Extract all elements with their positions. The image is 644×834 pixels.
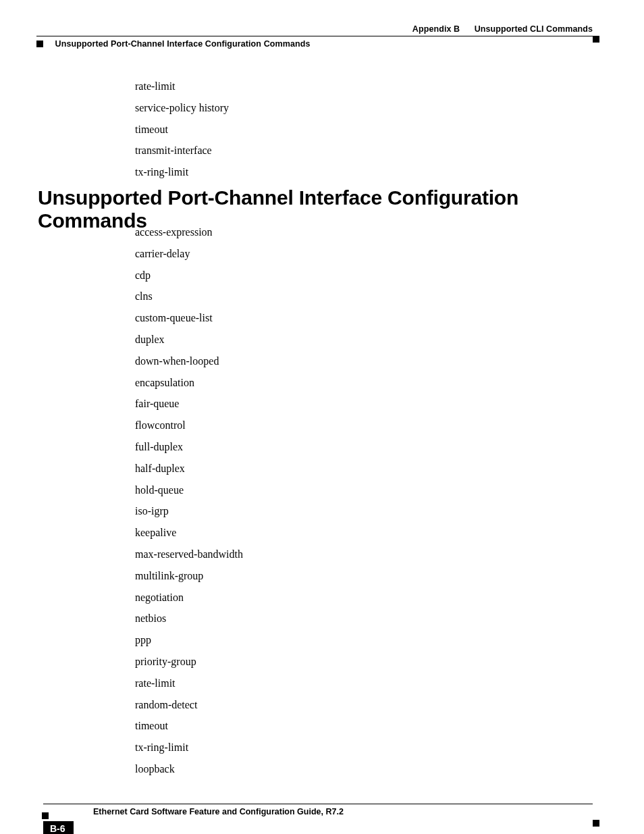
command-item: transmit-interface	[135, 144, 593, 158]
command-item: random-detect	[135, 698, 593, 712]
command-item: tx-ring-limit	[135, 165, 593, 180]
command-item: service-policy history	[135, 101, 593, 115]
command-item: cdp	[135, 269, 593, 283]
header-section-line: Unsupported Port-Channel Interface Confi…	[36, 39, 593, 49]
header-rule	[36, 36, 593, 36]
command-item: full-duplex	[135, 440, 593, 454]
command-item: custom-queue-list	[135, 311, 593, 325]
header-end-marker	[593, 36, 599, 43]
page-number: B-6	[43, 821, 74, 834]
command-item: access-expression	[135, 226, 593, 240]
page-footer: Ethernet Card Software Feature and Confi…	[43, 804, 593, 816]
command-item: clns	[135, 290, 593, 304]
command-item: loopback	[135, 762, 593, 777]
command-item: half-duplex	[135, 462, 593, 476]
appendix-label: Appendix B	[412, 24, 460, 34]
command-item: multilink-group	[135, 569, 593, 583]
footer-guide-title: Ethernet Card Software Feature and Confi…	[93, 807, 593, 816]
command-item: duplex	[135, 333, 593, 347]
command-item: tx-ring-limit	[135, 741, 593, 755]
page-header: Appendix B Unsupported CLI Commands Unsu…	[36, 24, 593, 49]
top-command-list: rate-limitservice-policy historytimeoutt…	[135, 80, 593, 187]
header-section-title: Unsupported Port-Channel Interface Confi…	[55, 39, 311, 49]
command-item: rate-limit	[135, 677, 593, 691]
footer-rule	[43, 804, 593, 804]
port-channel-command-list: access-expressioncarrier-delaycdpclnscus…	[135, 226, 593, 784]
command-item: rate-limit	[135, 80, 593, 94]
command-item: fair-queue	[135, 397, 593, 411]
command-item: carrier-delay	[135, 247, 593, 261]
command-item: encapsulation	[135, 376, 593, 390]
footer-left-marker	[42, 812, 49, 819]
command-item: ppp	[135, 633, 593, 648]
command-item: hold-queue	[135, 484, 593, 498]
command-item: negotiation	[135, 591, 593, 605]
command-item: flowcontrol	[135, 419, 593, 433]
command-item: netbios	[135, 612, 593, 626]
command-item: timeout	[135, 719, 593, 733]
command-item: max-reserved-bandwidth	[135, 548, 593, 562]
command-item: keepalive	[135, 526, 593, 540]
header-appendix: Appendix B Unsupported CLI Commands	[36, 24, 593, 34]
command-item: down-when-looped	[135, 355, 593, 369]
header-left-marker	[36, 41, 43, 47]
command-item: priority-group	[135, 655, 593, 669]
command-item: iso-igrp	[135, 504, 593, 519]
appendix-title: Unsupported CLI Commands	[475, 24, 593, 34]
command-item: timeout	[135, 123, 593, 137]
footer-right-marker	[593, 820, 599, 827]
